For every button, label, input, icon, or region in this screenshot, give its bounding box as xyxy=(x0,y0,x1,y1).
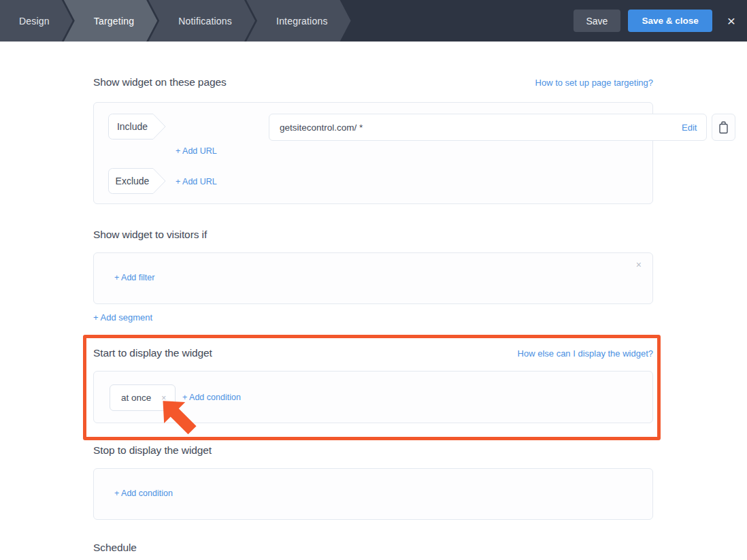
start-section-title: Start to display the widget xyxy=(93,347,212,359)
remove-condition-icon[interactable]: × xyxy=(161,393,166,403)
start-section-header: Start to display the widget How else can… xyxy=(93,347,653,359)
include-chip-label: Include xyxy=(108,114,156,139)
stop-condition-panel: + Add condition xyxy=(93,468,653,520)
page-targeting-help-link[interactable]: How to set up page targeting? xyxy=(535,78,653,88)
exclude-chip[interactable]: Exclude xyxy=(108,168,166,194)
edit-url-link[interactable]: Edit xyxy=(682,122,697,133)
save-and-close-button[interactable]: Save & close xyxy=(628,10,712,32)
visitor-filter-panel: × + Add filter xyxy=(93,252,653,304)
stop-section-title: Stop to display the widget xyxy=(93,444,212,457)
add-url-include-link[interactable]: + Add URL xyxy=(176,146,217,156)
add-start-condition-link[interactable]: + Add condition xyxy=(182,393,241,402)
visitors-section-title: Show widget to visitors if xyxy=(93,229,207,241)
add-url-exclude-link[interactable]: + Add URL xyxy=(176,177,217,186)
tab-notifications[interactable]: Notifications xyxy=(148,0,255,42)
delete-url-button[interactable] xyxy=(712,114,735,141)
wizard-tabs: Design Targeting Notifications Integrati… xyxy=(0,0,351,42)
pages-section-title: Show widget on these pages xyxy=(93,76,227,88)
visitors-section-header: Show widget to visitors if xyxy=(93,229,653,241)
tab-targeting[interactable]: Targeting xyxy=(64,0,157,42)
close-icon[interactable]: × xyxy=(727,14,735,28)
targeting-settings-page: Design Targeting Notifications Integrati… xyxy=(0,0,747,560)
include-chip[interactable]: Include xyxy=(108,114,166,139)
top-bar: Design Targeting Notifications Integrati… xyxy=(0,0,747,42)
start-condition-value: at once xyxy=(121,393,151,403)
add-segment-link[interactable]: + Add segment xyxy=(93,312,152,323)
stop-section-header: Stop to display the widget xyxy=(93,444,653,457)
topbar-actions: Save Save & close × xyxy=(574,0,747,42)
remove-filter-group-icon[interactable]: × xyxy=(636,259,642,270)
pages-section-header: Show widget on these pages How to set up… xyxy=(93,76,653,88)
display-widget-help-link[interactable]: How else can I display the widget? xyxy=(518,348,653,359)
add-filter-link[interactable]: + Add filter xyxy=(114,273,154,282)
start-condition-chip[interactable]: at once × xyxy=(110,384,176,411)
tab-design[interactable]: Design xyxy=(0,0,73,42)
start-condition-panel: at once × + Add condition xyxy=(93,371,653,423)
schedule-section-title: Schedule xyxy=(93,542,137,554)
trash-icon xyxy=(718,121,729,134)
save-button[interactable]: Save xyxy=(574,10,621,32)
page-targeting-panel: Include Edit + Add URL Exclude + Add URL xyxy=(93,102,653,204)
include-url-input[interactable] xyxy=(269,114,707,141)
add-stop-condition-link[interactable]: + Add condition xyxy=(114,489,173,498)
exclude-chip-label: Exclude xyxy=(108,168,156,194)
schedule-section-header: Schedule xyxy=(93,542,653,554)
tab-integrations[interactable]: Integrations xyxy=(246,0,351,42)
